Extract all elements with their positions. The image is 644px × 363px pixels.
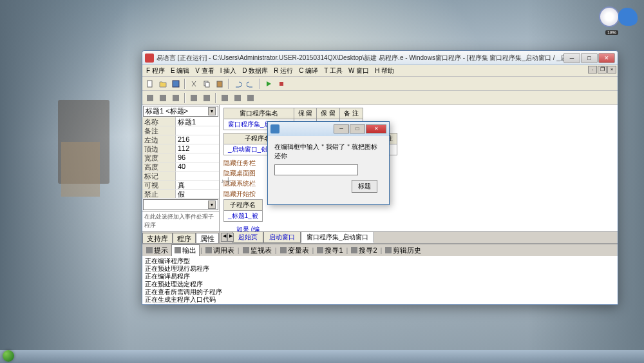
event-combo[interactable]: ▼ — [143, 199, 218, 210]
mdi-close[interactable]: × — [607, 66, 616, 74]
menubar: F 程序 E 编辑 V 查看 I 插入 D 数据库 R 运行 C 编译 T 工具… — [142, 65, 618, 77]
dialog-minimize[interactable]: ─ — [334, 124, 349, 133]
prop-row[interactable]: 名称标题1 — [142, 117, 219, 126]
prop-row[interactable]: 备注 — [142, 126, 219, 135]
output-icon — [175, 247, 181, 253]
tab-nav-next[interactable]: ▶ — [227, 233, 234, 242]
tool-cut[interactable] — [188, 78, 200, 90]
tab-program[interactable]: 程序 — [173, 233, 196, 243]
output-tabs: 提示 输出 | 调用表 | 监视表 | 变量表 | 搜寻1 | 搜寻2 | 剪辑… — [142, 244, 618, 256]
maximize-button[interactable]: □ — [581, 53, 598, 63]
clock-widget-icon — [599, 6, 620, 27]
close-button[interactable]: ✕ — [598, 53, 615, 63]
tool-save[interactable] — [170, 78, 182, 90]
desktop-widget: 18% — [599, 6, 638, 32]
output-panel: 提示 输出 | 调用表 | 监视表 | 变量表 | 搜寻1 | 搜寻2 | 剪辑… — [142, 243, 618, 304]
menu-database[interactable]: D 数据库 — [240, 66, 270, 76]
tool-undo[interactable] — [232, 78, 243, 90]
tab-nav-buttons: ◀ ▶ — [221, 233, 234, 242]
tool-copy[interactable] — [201, 78, 213, 90]
menu-program[interactable]: F 程序 — [144, 66, 167, 76]
otab-vars[interactable]: 变量表 — [278, 245, 312, 256]
menu-view[interactable]: V 查看 — [193, 66, 216, 76]
search-icon — [351, 247, 357, 253]
output-line: 正在预处理选定程序 — [145, 280, 615, 288]
tool-open[interactable] — [157, 78, 169, 90]
object-combo[interactable]: 标题1 <标题> ▼ — [143, 106, 218, 117]
dialog-message: 在编辑框中输入＂我错了＂就把图标还你 — [274, 142, 383, 161]
otab-hint[interactable]: 提示 — [144, 245, 171, 256]
menu-help[interactable]: H 帮助 — [372, 66, 397, 76]
menu-edit[interactable]: E 编辑 — [168, 66, 192, 76]
prop-row[interactable]: 标记 — [142, 172, 219, 181]
dialog-input[interactable] — [274, 164, 358, 175]
property-panel: 标题1 <标题> ▼ 名称标题1备注左边216顶边112宽度96高度40标记可视… — [142, 105, 220, 243]
otab-watch[interactable]: 监视表 — [240, 245, 274, 256]
left-tabs: 支持库 程序 属性 — [142, 231, 219, 243]
svg-rect-4 — [217, 81, 222, 87]
tool-g[interactable] — [232, 92, 243, 104]
tab-properties[interactable]: 属性 — [196, 233, 219, 243]
output-line: 正在查看所需调用的子程序 — [145, 288, 615, 296]
prop-row[interactable]: 高度40 — [142, 162, 219, 172]
combo-value: 标题1 <标题> — [146, 106, 188, 116]
otab-search1[interactable]: 搜寻1 — [314, 245, 345, 256]
svg-rect-0 — [147, 81, 152, 87]
tool-b[interactable] — [157, 92, 169, 104]
property-grid[interactable]: 名称标题1备注左边216顶边112宽度96高度40标记可视真禁止假鼠标指针默认型… — [142, 117, 219, 199]
tool-c[interactable] — [170, 92, 182, 104]
output-line: 正在生成主程序入口代码 — [145, 296, 615, 304]
menu-compile[interactable]: C 编译 — [296, 66, 321, 76]
prop-row[interactable]: 禁止假 — [142, 190, 219, 199]
menu-run[interactable]: R 运行 — [271, 66, 296, 76]
editor-tabs: 起始页 启动窗口 窗口程序集_启动窗口 — [220, 231, 618, 243]
otab-output[interactable]: 输出 — [171, 244, 200, 257]
subroutine-table-2: 子程序名 _标题1_被 — [223, 199, 263, 222]
tool-run[interactable] — [263, 78, 274, 90]
tool-e[interactable] — [201, 92, 213, 104]
corkboard-deco — [61, 142, 100, 197]
bird-widget-icon — [618, 8, 638, 26]
prop-row[interactable]: 顶边112 — [142, 144, 219, 153]
combo-arrow-icon[interactable]: ▼ — [208, 107, 216, 115]
event-combo-arrow-icon[interactable]: ▼ — [208, 201, 216, 209]
tool-paste[interactable] — [214, 78, 225, 90]
dialog-titlebar[interactable]: ─ □ ✕ — [268, 122, 389, 136]
tool-d[interactable] — [188, 92, 200, 104]
taskbar[interactable] — [0, 350, 644, 363]
runtime-dialog: ─ □ ✕ 在编辑框中输入＂我错了＂就把图标还你 标题 — [267, 121, 390, 205]
dialog-close[interactable]: ✕ — [366, 124, 386, 133]
output-body[interactable]: 正在编译程序型正在预处理现行易程序正在编译易程序正在预处理选定程序正在查看所需调… — [142, 256, 618, 304]
tool-redo[interactable] — [245, 78, 256, 90]
widget-badge: 18% — [605, 30, 618, 35]
tab-support-lib[interactable]: 支持库 — [142, 233, 173, 243]
otab-search2[interactable]: 搜寻2 — [348, 245, 379, 256]
otab-clip[interactable]: 剪辑历史 — [383, 245, 424, 256]
table-icon — [205, 247, 212, 253]
tab-window-assembly[interactable]: 窗口程序集_启动窗口 — [301, 231, 374, 243]
tool-h[interactable] — [245, 92, 256, 104]
dialog-ok-button[interactable]: 标题 — [352, 180, 377, 193]
minimize-button[interactable]: ─ — [564, 53, 580, 63]
menu-insert[interactable]: I 插入 — [218, 66, 240, 76]
prop-row[interactable]: 左边216 — [142, 135, 219, 144]
vars-icon — [280, 247, 287, 253]
titlebar[interactable]: 易语言 [正在运行] - C:\Users\Administrator.USER… — [142, 51, 618, 65]
start-button[interactable] — [3, 350, 14, 362]
tool-stop[interactable] — [276, 78, 287, 90]
hint-icon — [146, 247, 153, 253]
tool-new[interactable] — [144, 78, 156, 90]
prop-row[interactable]: 可视真 — [142, 181, 219, 190]
mdi-restore[interactable]: ❐ — [598, 66, 607, 74]
menu-tools[interactable]: T 工具 — [321, 66, 345, 76]
prop-row[interactable]: 宽度96 — [142, 153, 219, 162]
tab-nav-prev[interactable]: ◀ — [221, 233, 227, 242]
tab-start-page[interactable]: 起始页 — [232, 231, 263, 243]
tool-f[interactable] — [219, 92, 231, 104]
menu-window[interactable]: W 窗口 — [346, 66, 372, 76]
mdi-minimize[interactable]: - — [588, 66, 597, 74]
otab-calltable[interactable]: 调用表 — [203, 245, 237, 256]
tool-a[interactable] — [144, 92, 156, 104]
tab-startup-window[interactable]: 启动窗口 — [263, 231, 301, 243]
dialog-maximize[interactable]: □ — [350, 124, 365, 133]
